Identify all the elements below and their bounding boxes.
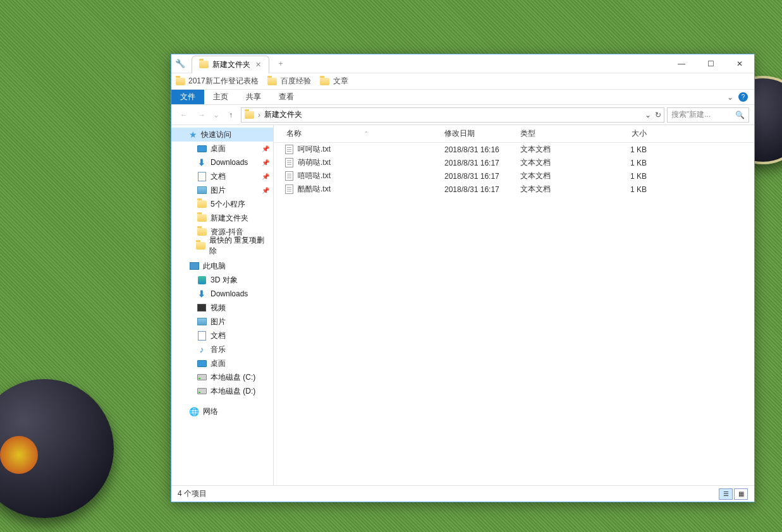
network-icon: 🌐 <box>189 406 199 416</box>
file-size: 1 KB <box>609 185 653 194</box>
file-row[interactable]: 萌萌哒.txt 2018/8/31 16:17 文本文档 1 KB <box>274 156 754 169</box>
file-list-pane: 名称 ˄ 修改日期 类型 大小 呵呵哒.txt 2018/8/31 16:16 … <box>274 125 754 485</box>
address-path[interactable]: › 新建文件夹 ⌄ ↻ <box>241 107 664 123</box>
sidebar-item-documents[interactable]: 文档 <box>171 329 273 342</box>
folder-icon <box>197 200 207 208</box>
maximize-button[interactable]: ☐ <box>696 54 725 73</box>
bookmark-item[interactable]: 2017新工作登记表格 <box>175 76 259 87</box>
bookmark-item[interactable]: 文章 <box>320 76 348 87</box>
document-icon <box>198 331 206 341</box>
ribbon-tab-view[interactable]: 查看 <box>270 90 303 104</box>
sidebar-label: 本地磁盘 (D:) <box>211 386 255 397</box>
sidebar-label: 最快的 重复项删除 <box>209 235 269 257</box>
download-icon: ⬇ <box>197 289 207 299</box>
view-details-button[interactable]: ☰ <box>719 488 733 500</box>
sidebar-item-videos[interactable]: 视频 <box>171 301 273 315</box>
new-tab-button[interactable]: ＋ <box>273 58 288 69</box>
column-headers: 名称 ˄ 修改日期 类型 大小 <box>274 125 754 143</box>
sidebar-network[interactable]: 🌐 网络 <box>171 404 273 418</box>
nav-recent-dropdown[interactable]: ⌄ <box>212 107 221 123</box>
path-segment[interactable]: 新建文件夹 <box>264 109 302 120</box>
column-header-size[interactable]: 大小 <box>609 128 653 139</box>
file-rows[interactable]: 呵呵哒.txt 2018/8/31 16:16 文本文档 1 KB 萌萌哒.tx… <box>274 143 754 485</box>
bookmark-label: 百度经验 <box>281 76 311 87</box>
sidebar-item-desktop[interactable]: 桌面 <box>171 356 273 370</box>
nav-forward-button[interactable]: → <box>194 107 209 123</box>
text-file-icon <box>285 171 293 181</box>
file-size: 1 KB <box>609 145 653 154</box>
sidebar-quick-access[interactable]: ★ 快速访问 <box>171 128 273 142</box>
sidebar-item-downloads[interactable]: ⬇ Downloads 📌 <box>171 155 273 169</box>
folder-icon <box>199 61 209 68</box>
file-name: 萌萌哒.txt <box>298 157 331 168</box>
file-name: 酷酷哒.txt <box>298 184 331 195</box>
tab-close-button[interactable]: ✕ <box>254 61 262 69</box>
star-icon: ★ <box>189 130 197 140</box>
sidebar-label: 图片 <box>211 185 226 196</box>
sidebar-item-downloads[interactable]: ⬇ Downloads <box>171 287 273 301</box>
file-row[interactable]: 酷酷哒.txt 2018/8/31 16:17 文本文档 1 KB <box>274 183 754 196</box>
download-icon: ⬇ <box>197 157 207 167</box>
bookmark-item[interactable]: 百度经验 <box>267 76 311 87</box>
path-dropdown-button[interactable]: ⌄ <box>645 111 651 119</box>
sidebar-item-drive-d[interactable]: 本地磁盘 (D:) <box>171 384 273 398</box>
ribbon-expand-button[interactable]: ⌄ <box>727 93 733 102</box>
ribbon-tab-share[interactable]: 共享 <box>237 90 270 104</box>
file-type: 文本文档 <box>520 171 609 181</box>
sidebar-item-music[interactable]: ♪ 音乐 <box>171 342 273 356</box>
sidebar-item-desktop[interactable]: 桌面 📌 <box>171 142 273 155</box>
pin-icon: 📌 <box>262 159 269 166</box>
sidebar-item-documents[interactable]: 文档 📌 <box>171 169 273 183</box>
search-input[interactable]: 搜索"新建... 🔍 <box>667 107 749 123</box>
sidebar-item-pictures[interactable]: 图片 📌 <box>171 183 273 197</box>
text-file-icon <box>285 184 293 194</box>
text-file-icon <box>285 145 293 154</box>
file-date: 2018/8/31 16:17 <box>444 159 520 167</box>
sidebar-item[interactable]: 新建文件夹 <box>171 211 273 225</box>
address-bar: ← → ⌄ ↑ › 新建文件夹 ⌄ ↻ 搜索"新建... 🔍 <box>171 105 754 125</box>
nav-back-button[interactable]: ← <box>176 107 192 123</box>
sidebar-item[interactable]: 最快的 重复项删除 <box>171 239 273 253</box>
titlebar: 🔧 新建文件夹 ✕ ＋ — ☐ ✕ <box>171 54 754 73</box>
folder-icon <box>196 242 205 250</box>
file-size: 1 KB <box>609 159 653 167</box>
sidebar-item[interactable]: 5个小程序 <box>171 197 273 211</box>
column-header-name[interactable]: 名称 ˄ <box>274 128 444 139</box>
file-size: 1 KB <box>609 172 653 181</box>
bookmarks-bar: 2017新工作登记表格 百度经验 文章 <box>171 73 754 90</box>
customize-qat-button[interactable]: 🔧 <box>171 59 189 68</box>
sidebar-label: 音乐 <box>211 344 226 355</box>
file-row[interactable]: 嘻嘻哒.txt 2018/8/31 16:17 文本文档 1 KB <box>274 169 754 183</box>
ribbon-file-tab[interactable]: 文件 <box>171 90 204 104</box>
view-icons-button[interactable]: ▦ <box>734 488 748 500</box>
folder-icon <box>197 214 207 222</box>
document-icon <box>198 172 206 181</box>
pc-icon <box>190 262 199 270</box>
pin-icon: 📌 <box>262 187 269 194</box>
column-header-type[interactable]: 类型 <box>520 128 609 139</box>
folder-icon <box>197 228 207 236</box>
help-button[interactable]: ? <box>738 92 748 102</box>
sidebar-label: 5个小程序 <box>211 199 245 210</box>
sidebar-label: 快速访问 <box>201 130 231 140</box>
bookmark-label: 2017新工作登记表格 <box>188 76 259 87</box>
picture-icon <box>197 186 207 194</box>
file-row[interactable]: 呵呵哒.txt 2018/8/31 16:16 文本文档 1 KB <box>274 143 754 156</box>
column-header-date[interactable]: 修改日期 <box>444 128 520 139</box>
minimize-button[interactable]: — <box>667 54 696 73</box>
window-tab[interactable]: 新建文件夹 ✕ <box>192 56 269 73</box>
3d-icon <box>198 276 206 284</box>
refresh-button[interactable]: ↻ <box>655 111 661 119</box>
folder-icon <box>320 78 329 85</box>
sidebar-item-drive-c[interactable]: 本地磁盘 (C:) <box>171 370 273 384</box>
music-icon: ♪ <box>197 344 207 354</box>
ribbon-tab-home[interactable]: 主页 <box>204 90 237 104</box>
sidebar-item-pictures[interactable]: 图片 <box>171 315 273 329</box>
navigation-pane[interactable]: ★ 快速访问 桌面 📌 ⬇ Downloads 📌 文档 📌 图片 <box>171 125 274 485</box>
folder-icon <box>267 78 277 85</box>
sidebar-item-3d[interactable]: 3D 对象 <box>171 273 273 287</box>
desktop-icon <box>197 145 207 152</box>
nav-up-button[interactable]: ↑ <box>223 107 238 123</box>
close-button[interactable]: ✕ <box>725 54 754 73</box>
sidebar-this-pc[interactable]: 此电脑 <box>171 259 273 273</box>
